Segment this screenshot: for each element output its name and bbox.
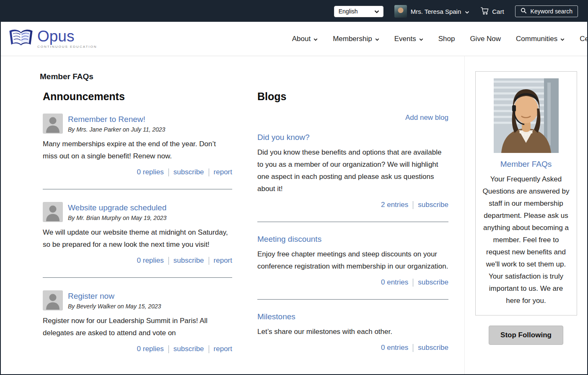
person-icon <box>43 114 63 134</box>
entries-link[interactable]: 0 entries <box>381 278 408 287</box>
person-icon <box>43 202 63 222</box>
separator <box>413 344 413 352</box>
user-menu[interactable]: Mrs. Teresa Spain <box>394 5 470 18</box>
logo-text: Opus <box>37 29 97 44</box>
community-name-link[interactable]: Member FAQs <box>482 160 570 169</box>
keyword-search-label: Keyword search <box>531 8 572 15</box>
cart-label: Cart <box>492 8 504 15</box>
divider <box>257 299 448 300</box>
announcement-title-link[interactable]: Website upgrade scheduled <box>68 203 166 212</box>
blog-actions: 2 entries subscribe <box>257 201 448 209</box>
book-logo-icon <box>8 28 34 49</box>
blog-body: Let’s share our milestones with each oth… <box>257 326 448 338</box>
announcement-byline: By Mr. Brian Murphy on May 19, 2023 <box>68 215 166 221</box>
divider <box>257 222 448 222</box>
announcement-title-link[interactable]: Register now <box>68 292 161 301</box>
announcement-actions: 0 replies subscribe report <box>43 345 232 353</box>
subscribe-link[interactable]: subscribe <box>174 345 204 353</box>
chevron-down-icon <box>374 8 379 15</box>
separator <box>209 345 209 353</box>
blog-item: Meeting discounts Enjoy free chapter mee… <box>257 235 448 300</box>
announcement-actions: 0 replies subscribe report <box>43 168 232 176</box>
subscribe-link[interactable]: subscribe <box>418 201 448 209</box>
entries-link[interactable]: 0 entries <box>381 344 408 352</box>
blog-body: Enjoy free chapter meetings and steep di… <box>257 248 448 272</box>
logo-tagline: CONTINUOUS EDUCATION <box>37 45 97 49</box>
announcement-actions: 0 replies subscribe report <box>43 256 232 265</box>
report-link[interactable]: report <box>214 345 232 353</box>
report-link[interactable]: report <box>214 168 232 176</box>
announcements-heading: Announcements <box>43 91 232 103</box>
divider <box>43 189 232 189</box>
announcement-byline: By Beverly Walker on May 15, 2023 <box>68 303 161 310</box>
nav-communities-label: Communities <box>516 35 557 43</box>
report-link[interactable]: report <box>214 256 232 265</box>
announcement-title-link[interactable]: Remember to Renew! <box>68 115 165 124</box>
announcements-section: Announcements Remember to Renew! By Mrs.… <box>43 87 232 353</box>
cart-button[interactable]: Cart <box>480 7 504 16</box>
community-photo <box>494 78 559 153</box>
community-description: Your Frequently Asked Questions are answ… <box>482 173 570 307</box>
nav-give-now-label: Give Now <box>470 35 501 43</box>
main-area: Member FAQs Announcements Remember to Re… <box>1 56 587 374</box>
separator <box>209 257 209 265</box>
nav-about-label: About <box>292 35 311 43</box>
stop-following-button[interactable]: Stop Following <box>489 326 563 345</box>
person-icon <box>43 290 63 310</box>
blogs-heading: Blogs <box>257 91 448 103</box>
main-nav: About Membership Events Shop Give Now Co… <box>292 35 587 43</box>
cart-icon <box>480 7 489 16</box>
blog-title-link[interactable]: Milestones <box>257 312 448 321</box>
page-title: Member FAQs <box>40 72 464 81</box>
nav-give-now[interactable]: Give Now <box>470 35 501 43</box>
keyword-search-button[interactable]: Keyword search <box>515 5 578 17</box>
chevron-down-icon <box>419 35 423 43</box>
announcement-body: Register now for our Leadership Summit i… <box>43 315 232 339</box>
nav-shop-label: Shop <box>438 35 455 43</box>
blog-actions: 0 entries subscribe <box>257 344 448 352</box>
chevron-down-icon <box>465 8 469 15</box>
nav-shop[interactable]: Shop <box>438 35 455 43</box>
blogs-section: Blogs Add new blog Did you know? Did you… <box>257 87 448 353</box>
site-header: Opus CONTINUOUS EDUCATION About Membersh… <box>1 22 587 56</box>
logo[interactable]: Opus CONTINUOUS EDUCATION <box>8 28 97 49</box>
replies-link[interactable]: 0 replies <box>137 256 164 265</box>
blog-title-link[interactable]: Did you know? <box>257 133 448 142</box>
announcement-item: Remember to Renew! By Mrs. Jane Parker o… <box>43 114 232 189</box>
blog-item: Did you know? Did you know these benefit… <box>257 133 448 222</box>
announcement-body: We will update our website theme at midn… <box>43 226 232 251</box>
nav-about[interactable]: About <box>292 35 318 43</box>
community-sidebar: Member FAQs Your Frequently Asked Questi… <box>465 56 587 374</box>
subscribe-link[interactable]: subscribe <box>418 344 448 352</box>
user-name: Mrs. Teresa Spain <box>411 8 461 15</box>
nav-events[interactable]: Events <box>394 35 423 43</box>
nav-events-label: Events <box>394 35 416 43</box>
announcement-body: Many memberships expire at the end of th… <box>43 138 232 162</box>
content-area: Member FAQs Announcements Remember to Re… <box>1 56 465 374</box>
subscribe-link[interactable]: subscribe <box>174 256 204 265</box>
nav-truncated[interactable]: Ce <box>580 35 588 43</box>
nav-membership[interactable]: Membership <box>333 35 379 43</box>
entries-link[interactable]: 2 entries <box>381 201 408 209</box>
blog-actions: 0 entries subscribe <box>257 278 448 287</box>
topbar: English Mrs. Teresa Spain Cart Keyword s… <box>1 1 587 22</box>
nav-communities[interactable]: Communities <box>516 35 565 43</box>
nav-membership-label: Membership <box>333 35 372 43</box>
search-icon <box>521 8 527 15</box>
chevron-down-icon <box>560 35 565 43</box>
user-avatar <box>394 5 407 18</box>
language-select[interactable]: English <box>334 6 383 17</box>
separator <box>413 279 413 287</box>
blog-item: Milestones Let’s share our milestones wi… <box>257 312 448 352</box>
subscribe-link[interactable]: subscribe <box>418 278 448 287</box>
separator <box>168 345 169 353</box>
replies-link[interactable]: 0 replies <box>137 345 164 353</box>
blog-title-link[interactable]: Meeting discounts <box>257 235 448 244</box>
subscribe-link[interactable]: subscribe <box>174 168 204 176</box>
replies-link[interactable]: 0 replies <box>137 168 164 176</box>
add-new-blog-link[interactable]: Add new blog <box>405 114 448 122</box>
community-card: Member FAQs Your Frequently Asked Questi… <box>475 71 577 316</box>
separator <box>413 201 413 209</box>
announcement-item: Register now By Beverly Walker on May 15… <box>43 290 232 353</box>
separator <box>209 168 209 176</box>
